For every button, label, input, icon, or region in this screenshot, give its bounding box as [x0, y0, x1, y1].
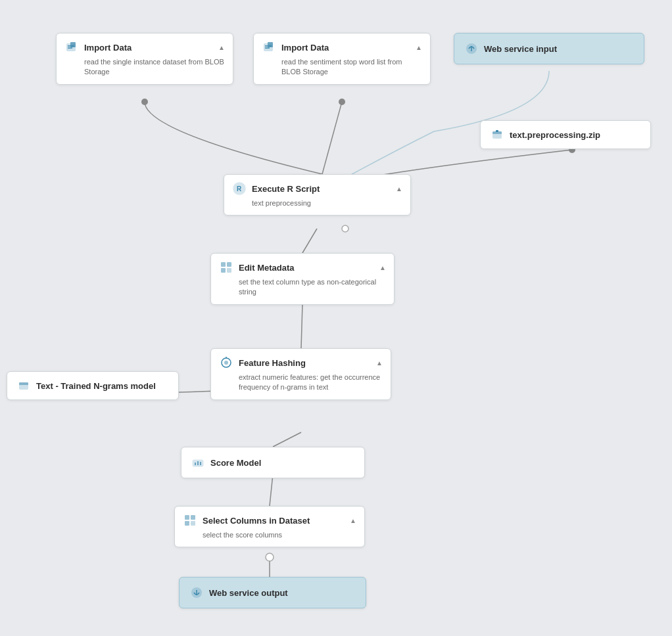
web-service-output-node: Web service output [179, 577, 366, 608]
svg-point-5 [266, 553, 274, 561]
svg-rect-30 [185, 515, 189, 520]
metadata-icon [219, 260, 233, 275]
svg-point-22 [224, 361, 228, 365]
feature-hashing-subtitle: extract numeric features: get the occurr… [219, 373, 383, 393]
select-columns-subtitle: select the score columns [183, 530, 356, 540]
svg-rect-7 [70, 42, 76, 47]
edit-metadata-subtitle: set the text column type as non-categori… [219, 277, 386, 298]
select-columns-title: Select Columns in Dataset [203, 516, 310, 526]
svg-rect-20 [227, 268, 231, 273]
import-data-2-subtitle: read the sentiment stop word list from B… [262, 57, 422, 78]
r-script-icon: R [232, 181, 247, 196]
select-icon [183, 513, 197, 528]
execute-r-node: R Execute R Script ▲ text preprocessing [224, 174, 411, 216]
web-service-input-node: Web service input [454, 33, 644, 64]
text-preprocessing-node: text.preprocessing.zip [480, 120, 651, 149]
score-model-node: Score Model [181, 447, 365, 478]
import-icon-2 [262, 40, 276, 55]
svg-rect-31 [191, 515, 195, 520]
svg-rect-18 [227, 262, 231, 267]
hashing-icon [219, 355, 233, 370]
svg-rect-33 [191, 521, 195, 526]
edit-metadata-title: Edit Metadata [239, 263, 295, 273]
svg-rect-9 [268, 42, 273, 47]
execute-r-chevron[interactable]: ▲ [396, 185, 402, 193]
execute-r-subtitle: text preprocessing [232, 198, 402, 208]
svg-rect-29 [200, 462, 201, 465]
import-data-1-title: Import Data [84, 43, 132, 53]
svg-rect-32 [185, 521, 189, 526]
feature-hashing-title: Feature Hashing [239, 358, 306, 368]
ws-input-icon [464, 41, 479, 56]
import-data-2-title: Import Data [281, 43, 329, 53]
score-model-title: Score Model [210, 458, 261, 468]
ngrams-icon [16, 378, 31, 393]
import-icon-1 [64, 40, 79, 55]
select-columns-node: Select Columns in Dataset ▲ select the s… [174, 506, 365, 547]
svg-rect-28 [197, 461, 199, 465]
trained-ngrams-title: Text - Trained N-grams model [36, 381, 156, 391]
svg-point-0 [141, 99, 148, 105]
select-columns-chevron[interactable]: ▲ [350, 517, 356, 524]
score-icon [191, 455, 205, 470]
import-data-1-chevron[interactable]: ▲ [218, 44, 225, 51]
execute-r-title: Execute R Script [252, 184, 320, 194]
text-preprocessing-title: text.preprocessing.zip [510, 130, 600, 140]
svg-rect-17 [221, 262, 226, 267]
import-data-1-subtitle: read the single instance dataset from BL… [64, 57, 225, 78]
svg-point-1 [339, 99, 345, 105]
trained-ngrams-node: Text - Trained N-grams model [7, 371, 179, 400]
import-data-2-node: Import Data ▲ read the sentiment stop wo… [253, 33, 431, 85]
svg-rect-25 [19, 382, 28, 385]
svg-rect-19 [221, 268, 226, 273]
ws-input-title: Web service input [484, 44, 557, 54]
edit-metadata-chevron[interactable]: ▲ [379, 264, 386, 271]
svg-point-4 [342, 225, 348, 232]
feature-hashing-chevron[interactable]: ▲ [376, 359, 383, 367]
import-data-1-node: Import Data ▲ read the single instance d… [56, 33, 233, 85]
import-data-2-chevron[interactable]: ▲ [416, 44, 422, 51]
zip-icon [490, 127, 504, 142]
edit-metadata-node: Edit Metadata ▲ set the text column type… [210, 253, 395, 305]
svg-rect-14 [496, 130, 498, 132]
svg-text:R: R [237, 185, 242, 193]
feature-hashing-node: Feature Hashing ▲ extract numeric featur… [210, 348, 391, 400]
svg-rect-27 [195, 463, 196, 465]
ws-output-title: Web service output [209, 588, 288, 598]
ws-output-icon [189, 585, 204, 600]
